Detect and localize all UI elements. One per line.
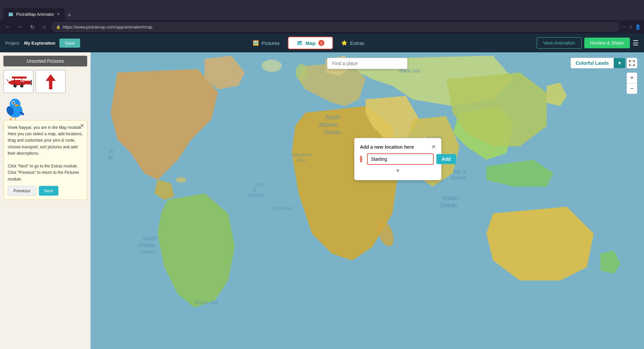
svg-text:Mexico: Mexico — [248, 192, 263, 198]
home-button[interactable]: ⌂ — [40, 22, 49, 32]
tooltip-close-button[interactable]: ✕ — [80, 122, 84, 129]
find-place-input[interactable] — [327, 58, 408, 69]
back-button[interactable]: ← — [3, 22, 13, 32]
popup-close-button[interactable]: ✕ — [431, 144, 436, 150]
browser-tabs: 🗺️ PictraMap Animator ✕ + — [3, 0, 74, 20]
popup-title: Add a new location here — [360, 144, 414, 150]
save-button[interactable]: Save — [59, 39, 80, 48]
svg-text:Gulf: Gulf — [255, 182, 264, 188]
svg-text:North: North — [325, 114, 340, 121]
forward-button[interactable]: → — [15, 22, 25, 32]
svg-text:Atlantic: Atlantic — [137, 242, 155, 248]
svg-text:Scotia Sea: Scotia Sea — [195, 300, 217, 305]
resize-button[interactable] — [627, 58, 637, 68]
tab-pictures[interactable]: 🖼️ Pictures — [245, 37, 288, 49]
tab-favicon: 🗺️ — [8, 12, 13, 17]
svg-text:Caribbean: Caribbean — [272, 206, 293, 211]
sidebar-title: Unsorted Pictures — [3, 56, 87, 66]
pictures-label: Pictures — [262, 40, 280, 46]
svg-text:ific: ific — [107, 155, 114, 161]
app-bar-right: View Animation Review & Share ☰ — [537, 37, 639, 49]
bookmark-icon[interactable]: ☆ — [629, 24, 633, 30]
active-tab[interactable]: 🗺️ PictraMap Animator ✕ — [3, 8, 65, 20]
main-layout: Unsorted Pictures — [0, 52, 644, 349]
review-share-button[interactable]: Review & Share — [584, 38, 630, 48]
project-label: Project: — [5, 41, 20, 46]
map-style-dropdown-button[interactable]: ▼ — [614, 58, 625, 68]
svg-point-16 — [12, 102, 14, 104]
tab-close-icon[interactable]: ✕ — [57, 12, 60, 16]
zoom-in-button[interactable]: + — [627, 72, 637, 83]
add-location-button[interactable]: Add — [436, 154, 456, 164]
menu-button[interactable]: ☰ — [633, 39, 639, 47]
svg-point-26 — [296, 64, 308, 81]
svg-rect-1 — [12, 77, 27, 79]
browser-nav: ← → ↻ ⌂ 🔒 https://www.pictramap.com/app/… — [0, 20, 644, 34]
mascot-bird-icon — [3, 97, 27, 120]
profile-icon[interactable]: 👤 — [635, 24, 641, 30]
svg-text:Bengal: Bengal — [451, 175, 466, 180]
svg-point-7 — [20, 84, 23, 88]
zoom-controls: + − — [627, 72, 637, 94]
map-badge: 1 — [318, 40, 324, 46]
svg-marker-11 — [46, 74, 56, 89]
svg-point-25 — [176, 177, 186, 183]
svg-point-28 — [262, 60, 282, 72]
tab-map[interactable]: 🗺️ Map 1 — [288, 37, 333, 49]
svg-text:Atlantic: Atlantic — [318, 121, 338, 128]
svg-point-4 — [26, 81, 31, 85]
svg-point-17 — [13, 102, 13, 103]
svg-text:Bay of: Bay of — [453, 169, 467, 174]
svg-point-10 — [20, 79, 25, 82]
extras-label: Extras — [350, 40, 365, 46]
address-bar[interactable]: 🔒 https://www.pictramap.com/app/animator… — [52, 22, 619, 32]
zoom-out-button[interactable]: − — [627, 83, 637, 94]
url-text: https://www.pictramap.com/app/animator#m… — [63, 24, 615, 30]
biplane-icon — [5, 72, 32, 91]
tooltip-box: ✕ Vivek Nayyar, you are in the Map modul… — [3, 120, 87, 200]
map-style-selector: Colorful Lands ▼ — [571, 58, 625, 68]
list-item[interactable] — [3, 70, 34, 93]
app-bar: Project: My Exploration Save 🖼️ Pictures… — [0, 34, 644, 52]
svg-line-20 — [11, 117, 13, 119]
svg-text:Indian: Indian — [443, 195, 459, 201]
svg-text:Sargasso: Sargasso — [292, 152, 312, 157]
list-item[interactable] — [36, 70, 66, 93]
popup-row: 2 Add — [360, 153, 436, 165]
svg-text:Sea: Sea — [297, 157, 305, 163]
svg-text:th: th — [109, 148, 113, 154]
tab-extras[interactable]: ⭐ Extras — [333, 37, 373, 49]
refresh-button[interactable]: ↻ — [28, 22, 37, 32]
sidebar: Unsorted Pictures — [0, 52, 91, 349]
tooltip-text: Vivek Nayyar, you are in the Map module.… — [8, 124, 83, 183]
location-name-input[interactable] — [367, 153, 434, 165]
extras-icon: ⭐ — [341, 40, 347, 46]
resize-icon — [629, 60, 635, 66]
mascot-area — [3, 93, 87, 120]
view-animation-button[interactable]: View Animation — [537, 37, 581, 49]
browser-chrome: 🗺️ PictraMap Animator ✕ + — [0, 0, 644, 20]
tooltip-buttons: Previous Next — [8, 186, 83, 196]
location-popup: Add a new location here ✕ 2 Add ▼ — [354, 138, 441, 180]
arrow-icon — [44, 72, 57, 91]
world-map-svg: North Atlantic Ocean th ific Indian Ocea… — [91, 52, 644, 349]
next-button[interactable]: Next — [39, 186, 59, 196]
popup-badge: 2 — [360, 156, 362, 162]
svg-marker-3 — [6, 79, 8, 82]
new-tab-button[interactable]: + — [65, 10, 74, 20]
pictures-icon: 🖼️ — [253, 40, 259, 46]
map-label: Map — [306, 40, 316, 46]
find-place-container — [327, 58, 408, 69]
tooltip-next-hint: Click "Next" to go to the Extras module. — [8, 164, 78, 168]
previous-button[interactable]: Previous — [8, 186, 36, 196]
tooltip-prev-hint: Click "Previous" to return to the Pictur… — [8, 170, 79, 181]
tab-title: PictraMap Animator — [16, 12, 54, 17]
extensions-icon[interactable]: ⋯ — [622, 24, 627, 30]
main-tabs: 🖼️ Pictures 🗺️ Map 1 ⭐ Extras — [84, 37, 533, 49]
map-icon: 🗺️ — [297, 40, 303, 46]
lock-icon: 🔒 — [56, 25, 61, 29]
svg-text:South: South — [143, 236, 157, 241]
project-name: My Exploration — [24, 41, 55, 46]
svg-point-6 — [13, 84, 17, 88]
map-area[interactable]: North Atlantic Ocean th ific Indian Ocea… — [91, 52, 644, 349]
